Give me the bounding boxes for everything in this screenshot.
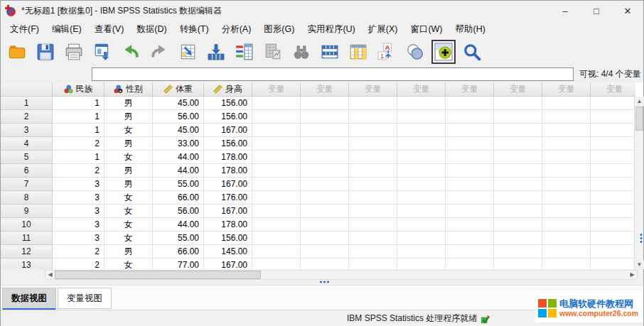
menu-item[interactable]: 分析(A) [215,21,258,38]
data-cell[interactable]: 女 [104,124,153,137]
empty-cell[interactable] [301,191,349,205]
empty-cell[interactable] [252,218,301,232]
menu-item[interactable]: 图形(G) [257,21,301,38]
empty-cell[interactable] [349,218,397,232]
data-cell[interactable]: 女 [104,151,153,164]
save-icon[interactable] [33,40,58,64]
find-icon[interactable] [289,40,313,64]
menu-item[interactable]: 编辑(E) [45,21,88,38]
horizontal-scrollbar[interactable]: ◀ ▶ [45,270,638,280]
empty-cell[interactable] [591,191,635,205]
data-cell[interactable]: 167.00 [204,259,252,269]
empty-cell[interactable] [542,232,591,245]
empty-cell[interactable] [349,259,397,269]
empty-column-header[interactable]: 变量 [397,82,446,97]
data-cell[interactable]: 156.00 [204,137,252,151]
data-cell[interactable]: 3 [53,218,104,232]
empty-cell[interactable] [301,245,349,259]
empty-cell[interactable] [252,137,301,151]
empty-cell[interactable] [252,205,301,218]
row-number-cell[interactable]: 13 [1,259,53,269]
data-cell[interactable]: 1 [53,97,104,110]
empty-cell[interactable] [349,137,397,151]
open-data-icon[interactable] [5,40,29,64]
row-number-cell[interactable]: 5 [1,151,53,164]
empty-column-header[interactable]: 变量 [446,82,494,97]
data-cell[interactable]: 45.00 [153,124,204,137]
empty-cell[interactable] [301,259,349,269]
cell-editor-input[interactable] [92,67,574,81]
row-number-cell[interactable]: 10 [1,218,53,232]
data-cell[interactable]: 男 [104,137,153,151]
empty-cell[interactable] [397,151,446,164]
empty-cell[interactable] [591,137,635,151]
empty-cell[interactable] [301,218,349,232]
redo-icon[interactable] [147,40,171,64]
data-cell[interactable]: 女 [104,218,153,232]
empty-cell[interactable] [542,205,591,218]
data-cell[interactable]: 156.00 [204,232,252,245]
menu-item[interactable]: 窗口(W) [404,21,449,38]
menu-item[interactable]: 帮助(H) [449,21,492,38]
data-cell[interactable]: 56.00 [153,110,204,124]
empty-cell[interactable] [494,97,542,110]
empty-cell[interactable] [446,110,494,124]
empty-cell[interactable] [591,205,635,218]
tab-数据视图[interactable]: 数据视图 [2,288,56,310]
empty-cell[interactable] [397,97,446,110]
data-cell[interactable]: 44.00 [153,164,204,178]
empty-cell[interactable] [446,151,494,164]
empty-cell[interactable] [397,110,446,124]
minimize-button[interactable]: – [549,1,581,21]
empty-cell[interactable] [301,110,349,124]
empty-cell[interactable] [301,137,349,151]
data-cell[interactable]: 2 [53,245,104,259]
column-header-身高[interactable]: 身高 [204,82,252,97]
column-header-体重[interactable]: 体重 [153,82,204,97]
empty-cell[interactable] [494,245,542,259]
data-cell[interactable]: 3 [53,191,104,205]
undo-icon[interactable] [119,40,143,64]
empty-cell[interactable] [446,232,494,245]
empty-cell[interactable] [349,245,397,259]
empty-cell[interactable] [446,178,494,191]
menu-item[interactable]: 查看(V) [88,21,131,38]
row-number-cell[interactable]: 1 [1,97,53,110]
empty-cell[interactable] [301,178,349,191]
empty-cell[interactable] [301,151,349,164]
empty-cell[interactable] [542,124,591,137]
row-number-cell[interactable]: 3 [1,124,53,137]
show-all-variables-icon[interactable] [431,40,456,64]
scroll-right-icon[interactable]: ▶ [628,271,637,279]
data-cell[interactable]: 女 [104,205,153,218]
data-cell[interactable]: 3 [53,178,104,191]
empty-cell[interactable] [349,151,397,164]
data-cell[interactable]: 女 [104,191,153,205]
empty-cell[interactable] [542,245,591,259]
empty-cell[interactable] [494,178,542,191]
data-cell[interactable]: 178.00 [204,218,252,232]
data-cell[interactable]: 男 [104,245,153,259]
data-cell[interactable]: 167.00 [204,178,252,191]
data-cell[interactable]: 178.00 [204,151,252,164]
data-cell[interactable]: 男 [104,97,153,110]
empty-cell[interactable] [349,110,397,124]
column-header-性别[interactable]: a性别 [104,82,153,97]
data-cell[interactable]: 女 [104,259,153,269]
data-cell[interactable]: 178.00 [204,164,252,178]
empty-cell[interactable] [446,137,494,151]
empty-cell[interactable] [252,151,301,164]
empty-cell[interactable] [591,232,635,245]
empty-cell[interactable] [494,259,542,269]
empty-cell[interactable] [252,232,301,245]
recall-dialogs-icon[interactable] [90,40,114,64]
empty-cell[interactable] [542,137,591,151]
empty-cell[interactable] [591,218,635,232]
row-number-cell[interactable]: 9 [1,205,53,218]
data-cell[interactable]: 66.00 [153,191,204,205]
empty-cell[interactable] [591,110,635,124]
empty-cell[interactable] [494,218,542,232]
empty-cell[interactable] [397,124,446,137]
data-cell[interactable]: 3 [53,205,104,218]
row-number-cell[interactable]: 6 [1,164,53,178]
